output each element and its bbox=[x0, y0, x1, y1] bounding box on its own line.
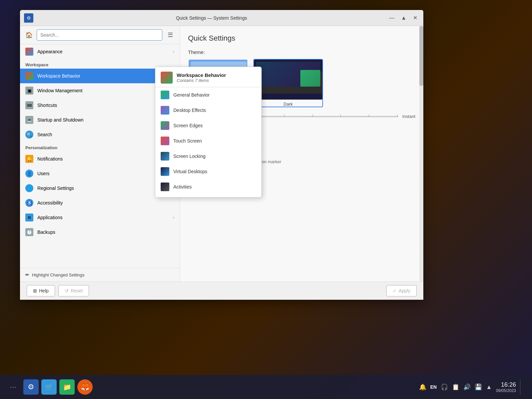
sidebar-item-label: Regional Settings bbox=[37, 186, 173, 191]
users-icon: 👤 bbox=[25, 170, 33, 178]
tray-clipboard-icon[interactable]: 📋 bbox=[452, 383, 459, 391]
popup-item-virtual-desktops[interactable]: Virtual Desktops bbox=[155, 164, 261, 179]
scrollbar-track[interactable] bbox=[419, 26, 423, 281]
tick bbox=[312, 115, 313, 117]
tick bbox=[340, 115, 341, 117]
popup-item-label: Screen Locking bbox=[173, 154, 206, 159]
sidebar-item-label: Shortcuts bbox=[37, 103, 173, 108]
theme-card-dark[interactable]: Dark bbox=[253, 59, 323, 107]
theme-preview-dark bbox=[254, 60, 322, 100]
backups-icon: 🕐 bbox=[25, 228, 33, 236]
sidebar-item-label: Backups bbox=[37, 229, 174, 235]
taskbar-icon-firefox[interactable]: 🦊 bbox=[77, 379, 93, 395]
sidebar-item-accessibility[interactable]: ♿ Accessibility bbox=[20, 196, 180, 210]
tick bbox=[284, 115, 285, 117]
popup-item-label: Virtual Desktops bbox=[173, 169, 207, 174]
theme-name-dark: Dark bbox=[254, 102, 322, 107]
window-controls: — ▲ ✕ bbox=[387, 14, 419, 22]
virtual-desktops-icon bbox=[161, 167, 169, 176]
notifications-icon: 🔔 bbox=[25, 155, 33, 163]
search-icon: 🔍 bbox=[25, 131, 33, 139]
popup-subtitle: Contains 7 items bbox=[177, 78, 226, 83]
highlight-label: Highlight Changed Settings bbox=[32, 272, 85, 277]
sidebar-item-label: Notifications bbox=[37, 156, 174, 162]
instant-label: Instant bbox=[402, 114, 415, 119]
sidebar-item-label: Appearance bbox=[37, 49, 173, 54]
popup-title: Workspace Behavior bbox=[177, 72, 226, 78]
clock-date: 09/05/2023 bbox=[496, 388, 516, 393]
popup-menu: Workspace Behavior Contains 7 items Gene… bbox=[155, 67, 262, 198]
popup-item-desktop-effects[interactable]: Desktop Effects bbox=[155, 103, 261, 118]
clock[interactable]: 16:26 09/05/2023 bbox=[496, 381, 516, 393]
sidebar-item-label: Accessibility bbox=[37, 200, 174, 205]
popup-item-label: General Behavior bbox=[173, 92, 210, 98]
screen-edges-icon bbox=[161, 121, 169, 130]
chevron-icon: › bbox=[173, 215, 174, 220]
minimize-button[interactable]: — bbox=[387, 14, 396, 22]
taskbar-icon-store[interactable]: 🛒 bbox=[41, 379, 57, 395]
close-button[interactable]: ✕ bbox=[411, 14, 419, 22]
sidebar-item-backups[interactable]: 🕐 Backups bbox=[20, 225, 180, 239]
popup-header: Workspace Behavior Contains 7 items bbox=[155, 67, 261, 87]
regional-icon: 🌐 bbox=[25, 184, 33, 192]
popup-item-screen-edges[interactable]: Screen Edges bbox=[155, 118, 261, 133]
title-bar: ⚙ Quick Settings — System Settings — ▲ ✕ bbox=[20, 10, 423, 26]
sidebar-item-label: Applications bbox=[37, 215, 173, 220]
window-management-icon: ▣ bbox=[25, 87, 33, 95]
sidebar-item-label: Startup and Shutdown bbox=[37, 117, 173, 123]
sidebar-item-label: Workspace Behavior bbox=[37, 73, 173, 79]
popup-item-label: Desktop Effects bbox=[173, 108, 206, 113]
app-icon: ⚙ bbox=[24, 13, 33, 23]
tray-audio-icon[interactable]: 🎧 bbox=[441, 383, 448, 391]
taskbar-icon-files[interactable]: 📁 bbox=[59, 379, 75, 395]
sidebar-item-label: Search bbox=[37, 132, 173, 137]
taskbar-icon-settings[interactable]: ⚙ bbox=[23, 379, 39, 395]
tray-usb-icon[interactable]: 💾 bbox=[475, 383, 482, 391]
search-input[interactable] bbox=[37, 29, 162, 41]
desktop-effects-icon bbox=[161, 106, 169, 115]
show-desktop-button[interactable] bbox=[520, 379, 527, 395]
hamburger-button[interactable]: ☰ bbox=[165, 30, 176, 40]
popup-item-label: Screen Edges bbox=[173, 123, 203, 128]
workspace-behavior-icon bbox=[25, 72, 33, 80]
popup-header-icon bbox=[161, 72, 173, 84]
tray-language-button[interactable]: EN bbox=[430, 384, 437, 390]
reset-button[interactable]: ↺ Reset bbox=[58, 285, 89, 296]
theme-label: Theme: bbox=[188, 49, 415, 55]
appearance-icon bbox=[25, 48, 33, 56]
maximize-button[interactable]: ▲ bbox=[399, 14, 408, 22]
tray-volume-icon[interactable]: 🔊 bbox=[463, 383, 471, 391]
help-label: Help bbox=[39, 288, 49, 293]
home-button[interactable]: 🏠 bbox=[24, 30, 34, 40]
taskbar-icon-launcher[interactable]: ⋯ bbox=[5, 379, 21, 395]
highlight-changed-settings[interactable]: ✏ Highlight Changed Settings bbox=[20, 268, 180, 281]
tray-upload-icon[interactable]: ▲ bbox=[486, 384, 492, 391]
taskbar-left: ⋯ ⚙ 🛒 📁 🦊 bbox=[5, 379, 93, 395]
popup-item-screen-locking[interactable]: Screen Locking bbox=[155, 149, 261, 164]
popup-header-text: Workspace Behavior Contains 7 items bbox=[177, 72, 226, 83]
popup-item-label: Touch Screen bbox=[173, 138, 202, 144]
scrollbar-thumb[interactable] bbox=[419, 26, 423, 86]
accessibility-icon: ♿ bbox=[25, 199, 33, 207]
startup-icon: 💻 bbox=[25, 116, 33, 124]
help-button[interactable]: ⊞ Help bbox=[27, 285, 55, 296]
bottom-bar: ⊞ Help ↺ Reset ✓ Apply bbox=[20, 281, 423, 300]
clock-time: 16:26 bbox=[496, 381, 516, 388]
tick bbox=[397, 115, 398, 117]
tick bbox=[369, 115, 369, 117]
sidebar-item-applications[interactable]: ⊞ Applications › bbox=[20, 210, 180, 225]
window-title: Quick Settings — System Settings bbox=[36, 15, 387, 21]
taskbar-right: 🔔 EN 🎧 📋 🔊 💾 ▲ 16:26 09/05/2023 bbox=[419, 379, 527, 395]
applications-icon: ⊞ bbox=[25, 213, 33, 221]
popup-item-general-behavior[interactable]: General Behavior bbox=[155, 87, 261, 103]
dark-taskbar-preview bbox=[254, 94, 322, 100]
popup-item-label: Activities bbox=[173, 184, 192, 190]
popup-item-touch-screen[interactable]: Touch Screen bbox=[155, 133, 261, 149]
sidebar-item-appearance[interactable]: Appearance › bbox=[20, 44, 180, 59]
sidebar-item-label: Window Management bbox=[37, 88, 173, 93]
popup-item-activities[interactable]: Activities bbox=[155, 179, 261, 195]
apply-button[interactable]: ✓ Apply bbox=[386, 285, 417, 296]
tray-bell-icon[interactable]: 🔔 bbox=[419, 383, 426, 391]
apply-icon: ✓ bbox=[393, 288, 397, 293]
reset-label: Reset bbox=[71, 288, 83, 293]
